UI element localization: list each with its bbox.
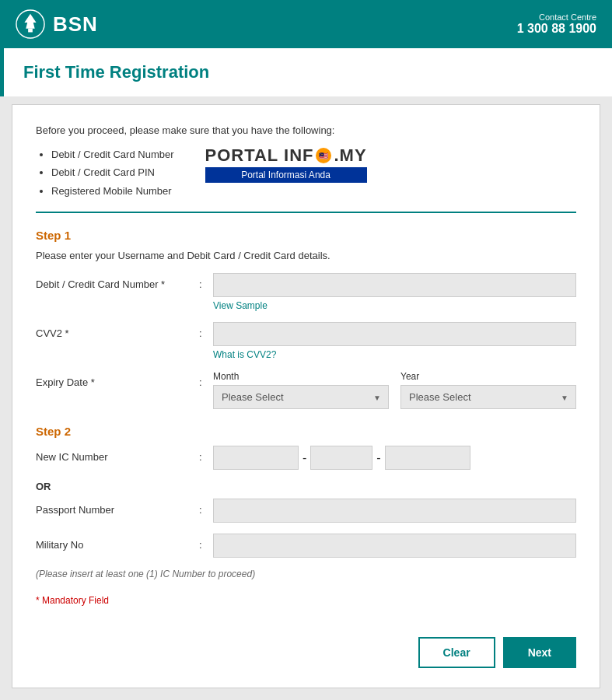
mandatory-field-note: * Mandatory Field: [36, 595, 576, 606]
next-button[interactable]: Next: [503, 637, 576, 668]
month-select-wrapper: Please Select 01 - January 02 - February…: [213, 385, 389, 409]
button-row: Clear Next: [36, 625, 576, 668]
ic-colon: :: [199, 446, 213, 463]
ic-part1-input[interactable]: [213, 446, 299, 470]
or-text: OR: [36, 481, 576, 492]
passport-row: Passport Number :: [36, 499, 576, 523]
cvv2-row: CVV2 * : What is CVV2?: [36, 322, 576, 360]
military-row: Military No :: [36, 534, 576, 558]
passport-label: Passport Number: [36, 499, 199, 516]
year-group: Year Please Select 2024 2025 2026 2027 2…: [400, 371, 576, 409]
ic-row: New IC Number : - -: [36, 446, 576, 470]
step1-title: Step 1: [36, 229, 576, 242]
expiry-label: Expiry Date *: [36, 371, 199, 388]
card-number-input[interactable]: [213, 273, 576, 297]
intro-text: Before you proceed, please make sure tha…: [36, 124, 576, 136]
expiry-colon: :: [199, 371, 213, 388]
card-number-row: Debit / Credit Card Number * : View Samp…: [36, 273, 576, 311]
expiry-row: Expiry Date * : Month Please Select 01 -…: [36, 371, 576, 409]
cvv2-field: What is CVV2?: [213, 322, 576, 360]
card-number-field: View Sample: [213, 273, 576, 311]
expiry-field: Month Please Select 01 - January 02 - Fe…: [213, 371, 576, 409]
expiry-selects: Month Please Select 01 - January 02 - Fe…: [213, 371, 576, 409]
card-number-colon: :: [199, 273, 213, 290]
step1-description: Please enter your Username and Debit Car…: [36, 250, 576, 261]
svg-marker-1: [24, 14, 36, 29]
month-select[interactable]: Please Select 01 - January 02 - February…: [213, 385, 389, 409]
portal-sub-banner: Portal Informasi Anda: [205, 167, 367, 183]
cvv2-label: CVV2 *: [36, 322, 199, 339]
ic-part2-input[interactable]: [310, 446, 372, 470]
contact-number: 1 300 88 1900: [517, 22, 596, 36]
portal-circle-icon: 🇲🇾: [316, 148, 331, 163]
cvv2-input[interactable]: [213, 322, 576, 346]
military-input[interactable]: [213, 534, 576, 558]
brand-name: BSN: [53, 12, 98, 37]
year-select[interactable]: Please Select 2024 2025 2026 2027 2028 2…: [400, 385, 576, 409]
card-number-label: Debit / Credit Card Number *: [36, 273, 199, 290]
contact-label: Contact Centre: [517, 12, 596, 22]
cvv2-link[interactable]: What is CVV2?: [213, 349, 576, 360]
checklist-item-1: Debit / Credit Card Number: [51, 145, 174, 163]
view-sample-link[interactable]: View Sample: [213, 300, 576, 311]
ic-dash-1: -: [303, 451, 306, 465]
passport-colon: :: [199, 499, 213, 516]
svg-rect-2: [28, 29, 33, 33]
main-content: Before you proceed, please make sure tha…: [12, 104, 600, 688]
cvv2-colon: :: [199, 322, 213, 339]
ic-part3-input[interactable]: [385, 446, 470, 470]
ic-label: New IC Number: [36, 446, 199, 463]
passport-field: [213, 499, 576, 523]
clear-button[interactable]: Clear: [418, 637, 495, 668]
bsn-logo-icon: [16, 9, 45, 39]
military-label: Military No: [36, 534, 199, 551]
checklist-item-3: Registered Mobile Number: [51, 182, 174, 200]
portal-badge: PORTAL INF 🇲🇾 .MY Portal Informasi Anda: [205, 145, 367, 183]
portal-logo-text: PORTAL INF 🇲🇾 .MY: [205, 145, 367, 166]
divider-1: [36, 212, 576, 213]
passport-input[interactable]: [213, 499, 576, 523]
header-logo: BSN: [16, 9, 98, 39]
military-field: [213, 534, 576, 558]
page-title: First Time Registration: [23, 62, 593, 82]
checklist-list: Debit / Credit Card Number Debit / Credi…: [36, 145, 174, 200]
checklist-item-2: Debit / Credit Card PIN: [51, 163, 174, 181]
military-colon: :: [199, 534, 213, 551]
ic-fields: - -: [213, 446, 576, 470]
year-label: Year: [400, 371, 576, 382]
step2-title: Step 2: [36, 425, 576, 438]
header-contact: Contact Centre 1 300 88 1900: [517, 12, 596, 36]
month-label: Month: [213, 371, 389, 382]
header: BSN Contact Centre 1 300 88 1900: [0, 0, 612, 48]
month-group: Month Please Select 01 - January 02 - Fe…: [213, 371, 389, 409]
checklist-section: Debit / Credit Card Number Debit / Credi…: [36, 145, 576, 200]
ic-dash-2: -: [376, 451, 380, 465]
page-title-bar: First Time Registration: [0, 48, 612, 96]
ic-note: (Please insert at least one (1) IC Numbe…: [36, 569, 576, 579]
year-select-wrapper: Please Select 2024 2025 2026 2027 2028 2…: [400, 385, 576, 409]
